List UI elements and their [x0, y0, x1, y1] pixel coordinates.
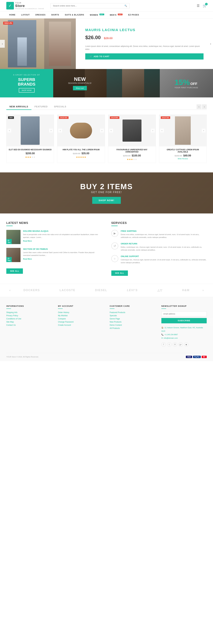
nav-layout[interactable]: LAYOUT	[18, 12, 32, 18]
nav-home[interactable]: HOME	[6, 12, 18, 18]
services-title-bar	[111, 226, 118, 226]
promo-brands-btn[interactable]: SHOP NOW!	[19, 88, 34, 92]
footer-informations-title: INFORMATIONS	[6, 305, 52, 307]
footer-contact-link[interactable]: Contact Us	[6, 324, 52, 326]
tabs-next-arrow[interactable]: ›	[202, 104, 207, 109]
cart-icon[interactable]: 🛒 0	[203, 4, 207, 8]
logo-icon: ✓	[6, 2, 14, 10]
logo[interactable]: ✓ YOUR Store PREMIUM ECOMMERCE THEME	[6, 2, 44, 10]
return-icon: ↺	[111, 242, 118, 250]
product-next[interactable]: ›	[100, 129, 104, 132]
footer-newsletter: NEWSLETTER SIGNUP SUBSCRIBE 🏠12, Auburn …	[161, 305, 207, 347]
buy-content: BUY 2 ITEMS GET ONE FOR FREE! SHOP NOW!	[80, 182, 133, 204]
product-prev[interactable]: ‹	[58, 129, 62, 132]
tab-new-arrivals[interactable]: NEW ARRIVALS	[6, 104, 32, 110]
buy-subtitle: GET ONE FOR FREE!	[80, 191, 133, 194]
footer-specials-link[interactable]: Specials	[110, 314, 155, 317]
nav-skirts[interactable]: SKIRTS	[48, 12, 62, 18]
buy-shop-now-button[interactable]: SHOP NOW!	[92, 197, 121, 204]
promo-next-arrow[interactable]: ›	[208, 318, 213, 326]
search-button[interactable]: 🔍	[122, 3, 129, 8]
newsletter-subscribe-button[interactable]: SUBSCRIBE	[161, 318, 207, 323]
footer-sitemap-link[interactable]: Site Map	[6, 321, 52, 323]
hero-price-line: $26.00 $28.00	[85, 34, 204, 40]
hero-product-info: MAURIS LACINIA LECTUS $26.00 $28.00 Lore…	[76, 18, 213, 69]
product-name: HIM PLATE YOU ALL THE LOREM IPSUM	[60, 148, 102, 151]
news-image-1: 21 Jun	[6, 230, 20, 244]
product-stars: ★★★★★	[60, 156, 102, 158]
product-prev[interactable]: ‹	[109, 129, 113, 132]
footer-account-title: MY ACCOUNT	[58, 305, 103, 307]
news-services-section: LATEST NEWS 21 Jun DOLORE MAGNA ALIQUA S…	[0, 214, 213, 284]
product-prev[interactable]: ‹	[8, 129, 11, 132]
footer-privacy-link[interactable]: Privacy Policy	[6, 314, 52, 317]
pinterest-icon[interactable]: ℗	[173, 342, 177, 347]
newsletter-email-input[interactable]	[161, 311, 207, 316]
footer-shipping-link[interactable]: Shipping Info	[6, 311, 52, 314]
footer-genre-link[interactable]: Genre Page	[110, 318, 155, 320]
product-name: ELIT SED DO EIUSMOD NECESSARY EIUSMOD	[9, 148, 52, 151]
footer-all-products-link[interactable]: All Products	[110, 327, 155, 329]
tab-specials[interactable]: SPECIALS	[51, 104, 70, 110]
googleplus-icon[interactable]: g+	[178, 342, 183, 347]
header: ✓ YOUR Store PREMIUM ECOMMERCE THEME 🔍 ☰…	[0, 0, 213, 12]
news-see-all-button[interactable]: SEE ALL	[6, 268, 23, 274]
footer-compare-link[interactable]: Compare	[58, 318, 103, 320]
service-item-1: ▶ FREE SHIPPING Donec eros tellus, scele…	[111, 230, 207, 239]
services-see-all-button[interactable]: SEE ALL	[111, 270, 128, 276]
logo-text: YOUR Store PREMIUM ECOMMERCE THEME	[15, 2, 44, 10]
nav-ezpages[interactable]: EZ-PAGES	[125, 12, 142, 18]
product-next[interactable]: ›	[151, 129, 155, 132]
facebook-icon[interactable]: f	[161, 342, 166, 347]
twitter-icon[interactable]: t	[167, 342, 172, 347]
footer-demo-link[interactable]: Demo Content	[110, 324, 155, 326]
footer-columns: INFORMATIONS Shipping Info Privacy Polic…	[6, 305, 207, 347]
product-price-old: $180.00	[175, 154, 182, 157]
tab-featured[interactable]: FEATURED	[32, 104, 51, 110]
news-title-2: SECTION OF DE FINIBUS	[23, 248, 102, 250]
navigation: HOME LAYOUT DRESSES SKIRTS SUITS & BLAZE…	[0, 12, 213, 18]
news-date-2: 23 Sep	[6, 257, 12, 262]
product-next[interactable]: ›	[49, 129, 53, 132]
hero-prev-arrow[interactable]: ‹	[0, 40, 5, 48]
brands-section: ‹ DOCKERS LACOSTE DIESEL Levi's △▽ H&M ›	[0, 284, 213, 297]
product-info: GREATLY COTTAGE LOREM IPSUM AVAILABLE $1…	[159, 146, 206, 162]
search-bar[interactable]: 🔍	[50, 3, 130, 8]
product-card: SALE 60% ‹ › FAVOURABLE UNRESERVED NAY U…	[108, 114, 156, 163]
footer-featured-link[interactable]: Featured Products	[110, 311, 155, 314]
search-input[interactable]	[51, 3, 122, 8]
news-read-more-1[interactable]: Read More	[23, 240, 32, 242]
promo-new-btn[interactable]: Shop now!	[73, 86, 87, 90]
news-read-more-2[interactable]: Read More	[23, 258, 32, 260]
write-review-link[interactable]: Write Review	[161, 158, 204, 160]
brands-prev-arrow[interactable]: ‹	[6, 288, 14, 292]
footer-change-pwd-link[interactable]: Change Password	[58, 321, 103, 323]
nav-women[interactable]: WOMEN Hot	[87, 12, 107, 18]
promo-prev-arrow[interactable]: ‹	[0, 318, 5, 326]
mens-badge: Hot	[118, 14, 122, 15]
tabs-prev-arrow[interactable]: ‹	[196, 104, 201, 109]
add-to-cart-button[interactable]: 🛒 ADD TO CART	[85, 53, 204, 60]
product-stars: ★★★★★	[110, 158, 154, 160]
footer-create-account-link[interactable]: Create Account	[58, 324, 103, 326]
footer-order-history-link[interactable]: Order History	[58, 311, 103, 314]
hero-next-arrow[interactable]: ›	[208, 40, 213, 48]
nav-suits[interactable]: SUITS & BLAZERS	[62, 12, 87, 18]
product-price: $250.00 $100.00	[110, 154, 154, 157]
brands-next-arrow[interactable]: ›	[200, 288, 207, 292]
footer-wishlist-link[interactable]: My Wishlist	[58, 314, 103, 317]
nav-dresses[interactable]: DRESSES	[32, 12, 48, 18]
nav-mens[interactable]: MEN'S Hot	[107, 12, 126, 18]
phone-icon: 📞	[161, 334, 164, 336]
footer-new-products-link[interactable]: New Products	[110, 321, 155, 323]
product-next[interactable]: ›	[202, 129, 206, 132]
product-prev[interactable]: ‹	[160, 129, 164, 132]
footer-my-account: MY ACCOUNT Order History My Wishlist Com…	[58, 305, 103, 347]
diamond-icon[interactable]: ◆	[184, 342, 188, 347]
menu-icon[interactable]: ☰	[197, 4, 200, 8]
news-content-2: SECTION OF DE FINIBUS Lanvin flats seam …	[23, 248, 102, 262]
product-card-nav: ‹ ›	[6, 129, 54, 132]
news-item: 23 Sep SECTION OF DE FINIBUS Lanvin flat…	[6, 248, 102, 262]
product-card-nav: ‹ ›	[159, 129, 206, 132]
footer-conditions-link[interactable]: Conditions of Use	[6, 318, 52, 320]
